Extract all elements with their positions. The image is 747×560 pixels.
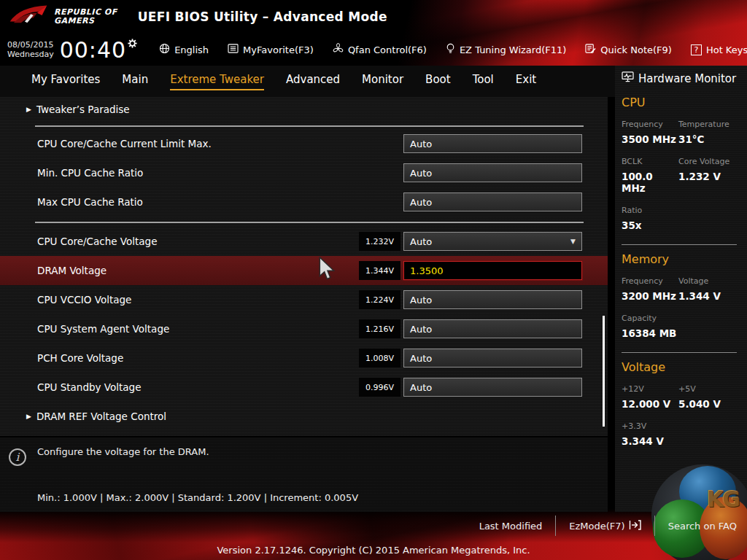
qfan-control-button[interactable]: Qfan Control(F6)	[333, 43, 427, 56]
sidebar-section-cpu: CPU	[622, 96, 747, 109]
myfavorite-button[interactable]: MyFavorite(F3)	[228, 44, 314, 55]
question-box-icon: ?	[691, 44, 702, 55]
cpu-metrics: Frequency3500 MHz Temperature31°C BCLK10…	[622, 120, 747, 231]
title-bar: REPUBLIC OF GAMERS UEFI BIOS Utility – A…	[0, 0, 747, 34]
tab-main[interactable]: Main	[122, 73, 148, 90]
clock-block[interactable]: 08/05/2015 Wednesday 00:40	[0, 37, 137, 63]
setting-row-dram-voltage[interactable]: DRAM Voltage 1.344V 1.3500	[0, 256, 608, 285]
value-box[interactable]: Auto	[403, 163, 582, 182]
rog-logo: REPUBLIC OF GAMERS	[0, 3, 117, 31]
version-text: Version 2.17.1246. Copyright (C) 2015 Am…	[217, 545, 530, 556]
mouse-cursor	[318, 257, 337, 283]
value-box[interactable]: Auto	[403, 378, 582, 397]
chevron-down-icon: ▼	[570, 238, 576, 245]
dram-voltage-input[interactable]: 1.3500	[403, 261, 582, 280]
ezmode-enter-icon	[629, 520, 641, 532]
section-divider	[35, 222, 584, 223]
metric: Temperature31°C	[678, 120, 747, 145]
main-menu-bar: My Favorites Main Extreme Tweaker Advanc…	[0, 66, 615, 97]
bottom-action-bar: Last Modified EzMode(F7) Search on FAQ	[0, 512, 747, 540]
value-box[interactable]: Auto	[403, 290, 582, 309]
metric: +5V5.040 V	[678, 384, 747, 410]
sidebar-section-memory: Memory	[622, 252, 747, 266]
dropdown-select[interactable]: Auto ▼	[403, 232, 582, 251]
time-display: 00:40	[60, 37, 126, 63]
setting-row-pch-core-voltage: PCH Core Voltage 1.008V Auto	[0, 343, 608, 373]
submenu-dram-ref-voltage[interactable]: ▶ DRAM REF Voltage Control	[0, 402, 608, 431]
monitor-icon	[622, 71, 634, 85]
note-icon	[585, 44, 596, 56]
ez-tuning-wizard-button[interactable]: EZ Tuning Wizard(F11)	[446, 43, 566, 56]
hardware-monitor-header: Hardware Monitor	[622, 71, 747, 85]
footer-divider	[555, 516, 556, 536]
info-icon: i	[9, 448, 26, 466]
setting-row-cpu-standby-voltage: CPU Standby Voltage 0.996V Auto	[0, 373, 608, 402]
voltage-metrics: +12V12.000 V +5V5.040 V +3.3V3.344 V	[622, 384, 747, 447]
search-on-faq-button[interactable]: Search on FAQ	[668, 521, 737, 532]
settings-list: ▶ Tweaker’s Paradise CPU Core/Cache Curr…	[0, 97, 608, 436]
globe-icon	[159, 43, 170, 56]
memory-metrics: Frequency3200 MHz Voltage1.344 V Capacit…	[622, 276, 747, 339]
value-box[interactable]: Auto	[403, 319, 582, 338]
metric: +3.3V3.344 V	[622, 421, 678, 447]
metric: +12V12.000 V	[622, 384, 678, 410]
submenu-arrow-icon: ▶	[26, 413, 31, 420]
sidebar-divider	[622, 244, 737, 245]
fan-icon	[333, 43, 344, 56]
last-modified-button[interactable]: Last Modified	[479, 521, 543, 532]
metric: Capacity16384 MB	[622, 314, 678, 339]
rog-eye-icon	[9, 3, 48, 31]
setting-row-cpu-current-limit: CPU Core/Cache Current Limit Max. Auto	[0, 129, 608, 158]
tab-my-favorites[interactable]: My Favorites	[31, 73, 100, 90]
tab-exit[interactable]: Exit	[516, 73, 536, 90]
tab-tool[interactable]: Tool	[473, 73, 494, 90]
footer-divider	[654, 516, 655, 536]
tab-advanced[interactable]: Advanced	[286, 73, 340, 90]
help-panel: i Configure the voltage for the DRAM. Mi…	[0, 436, 608, 512]
metric: Frequency3200 MHz	[622, 276, 678, 302]
setting-row-max-cache-ratio: Max CPU Cache Ratio Auto	[0, 187, 608, 217]
value-box[interactable]: Auto	[403, 192, 582, 211]
current-value-badge: 1.232V	[359, 232, 400, 251]
sidebar-section-voltage: Voltage	[622, 360, 747, 374]
current-value-badge: 0.996V	[359, 378, 400, 397]
metric: Voltage1.344 V	[678, 276, 747, 302]
submenu-tweakers-paradise[interactable]: ▶ Tweaker’s Paradise	[0, 97, 608, 122]
setting-description: Configure the voltage for the DRAM.	[37, 446, 209, 457]
bulb-icon	[446, 43, 455, 56]
page-title: UEFI BIOS Utility – Advanced Mode	[138, 9, 387, 24]
metric: Core Voltage1.232 V	[678, 157, 747, 194]
tab-boot[interactable]: Boot	[425, 73, 451, 90]
setting-row-vccio-voltage: CPU VCCIO Voltage 1.224V Auto	[0, 285, 608, 314]
brand-text: REPUBLIC OF GAMERS	[54, 8, 117, 26]
quick-note-button[interactable]: Quick Note(F9)	[585, 44, 672, 56]
ezmode-button[interactable]: EzMode(F7)	[569, 520, 640, 532]
toolbar: 08/05/2015 Wednesday 00:40	[0, 34, 747, 66]
value-box[interactable]: Auto	[403, 134, 582, 153]
section-divider	[35, 125, 584, 127]
date-display: 08/05/2015 Wednesday	[7, 40, 54, 59]
hot-keys-button[interactable]: ? Hot Keys	[691, 44, 747, 55]
value-box[interactable]: Auto	[403, 349, 582, 368]
favorites-list-icon	[228, 44, 239, 55]
sidebar-divider	[622, 352, 737, 353]
tab-extreme-tweaker[interactable]: Extreme Tweaker	[170, 73, 264, 90]
metric: Ratio35x	[622, 206, 678, 231]
metric: Frequency3500 MHz	[622, 120, 678, 145]
metric: BCLK100.0 MHz	[622, 157, 678, 194]
version-bar: Version 2.17.1246. Copyright (C) 2015 Am…	[0, 540, 747, 560]
hardware-monitor-panel: Hardware Monitor CPU Frequency3500 MHz T…	[615, 66, 747, 512]
submenu-arrow-icon: ▶	[26, 106, 31, 113]
current-value-badge: 1.344V	[359, 261, 400, 280]
current-value-badge: 1.216V	[359, 319, 400, 338]
tab-monitor[interactable]: Monitor	[362, 73, 403, 90]
bios-screen: REPUBLIC OF GAMERS UEFI BIOS Utility – A…	[0, 0, 747, 560]
scrollbar-thumb[interactable]	[603, 316, 605, 427]
setting-row-system-agent-voltage: CPU System Agent Voltage 1.216V Auto	[0, 314, 608, 343]
language-button[interactable]: English	[159, 43, 209, 56]
current-value-badge: 1.008V	[359, 349, 400, 368]
setting-row-min-cache-ratio: Min. CPU Cache Ratio Auto	[0, 158, 608, 187]
setting-range: Min.: 1.000V | Max.: 2.000V | Standard: …	[37, 492, 358, 503]
clock-settings-gear-icon[interactable]	[128, 37, 137, 51]
current-value-badge: 1.224V	[359, 290, 400, 309]
